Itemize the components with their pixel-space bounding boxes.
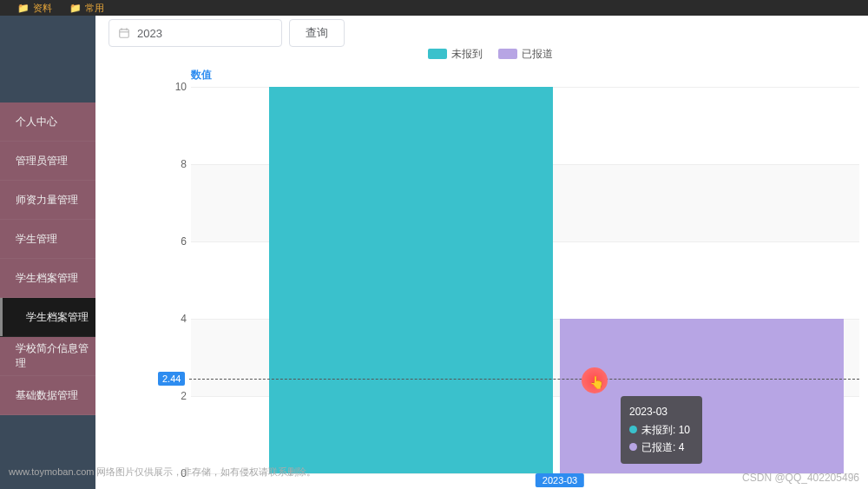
sidebar-item-student[interactable]: 学生管理 [0,220,95,259]
sidebar-item-archive[interactable]: 学生档案管理 [0,259,95,298]
plot: 02468102023-032.44👆2023-03未报到: 10已报道: 4 [191,87,859,473]
cursor-hand-icon: 👆 [589,375,604,389]
sidebar-item-faculty[interactable]: 师资力量管理 [0,181,95,220]
cursor-highlight: 👆 [582,367,608,393]
chart-tooltip: 2023-03未报到: 10已报道: 4 [621,396,702,463]
y-tick-label: 8 [165,158,187,170]
tooltip-title: 2023-03 [629,403,690,420]
sidebar: 个人中心 管理员管理 师资力量管理 学生管理 学生档案管理 学生档案管理 学校简… [0,16,95,489]
marker-badge: 2.44 [158,372,185,386]
legend: 未报到 已报道 [113,43,868,64]
chart-area: 未报到 已报道 数值 02468102023-032.44👆2023-03未报到… [113,43,868,489]
sidebar-item-personal[interactable]: 个人中心 [0,102,95,142]
bookmark-folder-1[interactable]: 📁资料 [17,2,52,15]
bookmarks-bar: 📁资料 📁常用 [0,0,868,16]
y-tick-label: 4 [165,313,187,325]
calendar-icon [118,27,130,39]
x-tick-label: 2023-03 [536,473,584,487]
year-value: 2023 [137,27,162,40]
legend-swatch-2 [498,49,517,59]
sidebar-item-archive-active[interactable]: 学生档案管理 [0,298,95,337]
y-axis-title: 数值 [191,68,212,83]
y-tick-label: 10 [165,81,187,93]
bar-未报到[interactable] [269,87,553,473]
marker-line [189,379,859,380]
bookmark-folder-2[interactable]: 📁常用 [69,2,104,15]
svg-rect-0 [120,30,129,37]
tooltip-row: 已报道: 4 [629,439,690,456]
legend-swatch-1 [428,49,447,59]
sidebar-item-school-intro[interactable]: 学校简介信息管理 [0,337,95,376]
watermark-text: www.toymoban.com 网络图片仅供展示，非存储，如有侵权请联系删除。 [9,466,316,479]
copyright-text: CSDN @QQ_402205496 [742,472,859,484]
y-tick-label: 6 [165,235,187,248]
legend-item-2[interactable]: 已报道 [498,47,553,62]
y-tick-label: 2 [165,390,187,402]
legend-item-1[interactable]: 未报到 [428,47,483,62]
sidebar-item-admin[interactable]: 管理员管理 [0,142,95,181]
sidebar-item-basic-data[interactable]: 基础数据管理 [0,376,95,415]
tooltip-row: 未报到: 10 [629,421,690,439]
